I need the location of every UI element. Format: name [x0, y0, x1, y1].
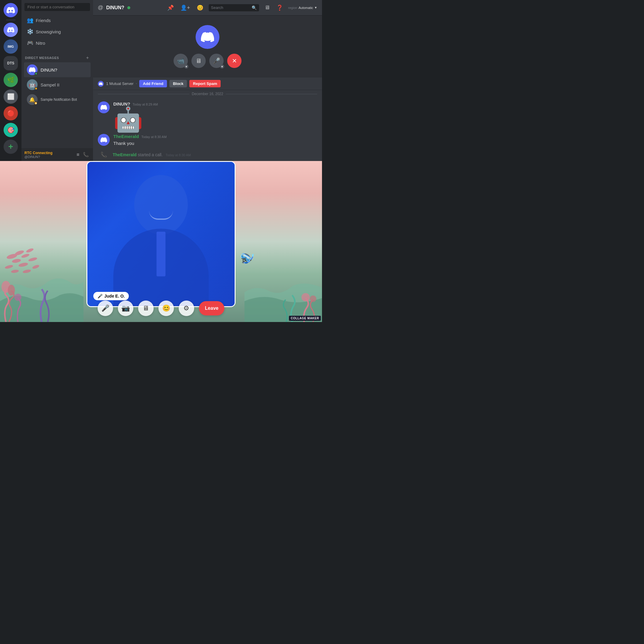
msg-avatar-dinun	[98, 101, 110, 113]
svg-point-12	[8, 285, 15, 295]
mic-icon: 🎤	[97, 294, 103, 298]
rtc-volume-button[interactable]: ≡	[75, 151, 81, 159]
dm-item-sampel[interactable]: 🤖 Sampel II	[24, 77, 91, 92]
report-spam-button[interactable]: Report Spam	[189, 80, 221, 87]
server-icon-4[interactable]: ⬜	[4, 89, 18, 104]
snowsgiving-label: Snowsgiving	[36, 29, 61, 34]
header-search-input[interactable]	[211, 5, 250, 10]
snowsgiving-icon: ❄️	[27, 28, 33, 35]
dm-avatar-sampel: 🤖	[27, 79, 38, 90]
add-friend-header-button[interactable]: 👤+	[179, 3, 191, 12]
dm-list: DINUN? 🤖 Sampel II 🔔 ⚙ Sample Notificato…	[21, 62, 93, 148]
main-chat: @ DINUN? 📌 👤+ 😊 🔍 🖥 ❓ region Automatic ▼	[93, 0, 322, 161]
msg-avatar-emerald	[98, 134, 110, 146]
svg-point-10	[32, 264, 40, 270]
end-call-button[interactable]: ✕	[227, 54, 241, 68]
nitro-nav-item[interactable]: 🎮 Nitro	[24, 37, 91, 49]
system-msg-author: TheEmerald	[113, 152, 137, 157]
svg-point-7	[28, 257, 38, 262]
dm-section-header: DIRECT MESSAGES +	[21, 50, 93, 62]
mutual-server-bar: 1 Mutual Server • Add Friend Block Repor…	[93, 78, 322, 90]
collage-maker-watermark: COLLAGE MAKER	[289, 316, 321, 321]
msg-content-1: DINUN? Today at 8:29 AM 🤖	[113, 101, 317, 131]
share-screen-button[interactable]: 🖥	[138, 301, 154, 316]
svg-point-4	[18, 262, 28, 267]
svg-point-5	[4, 264, 13, 270]
header-search-box[interactable]: 🔍	[209, 4, 259, 11]
chevron-down-icon: ▼	[314, 6, 317, 9]
svg-point-6	[26, 247, 34, 253]
video-content	[87, 162, 235, 306]
rtc-user-label: @DINUN?	[24, 155, 74, 159]
block-button[interactable]: Block	[169, 80, 187, 87]
svg-point-13	[14, 294, 21, 301]
camera-arrow: ▼	[184, 64, 188, 69]
inbox-button[interactable]: 🖥	[263, 3, 271, 12]
server-icon-6[interactable]: 🎯	[4, 123, 18, 137]
bottom-call-controls: 🎤 📷 🖥 😊 ⚙ Leave	[97, 301, 224, 316]
nitro-icon: 🎮	[27, 40, 33, 46]
pin-button[interactable]: 📌	[166, 3, 175, 12]
server-icon-dts[interactable]: DTS	[4, 56, 18, 70]
server-sidebar: IMG DTS 🌿 ⬜ 🔴 🎯 +	[0, 0, 21, 161]
add-server-button[interactable]: +	[4, 140, 18, 154]
system-message-1: 📞 TheEmerald started a call. Today at 8:…	[93, 148, 322, 161]
microphone-button[interactable]: 🎤 ▼	[209, 54, 224, 68]
call-system-icon: 📞	[98, 149, 110, 161]
msg-header-2: TheEmerald Today at 8:30 AM	[113, 134, 317, 139]
server-icon-1[interactable]	[4, 23, 18, 37]
friends-icon: 👥	[27, 17, 33, 24]
dm-navigation: 👥 Friends ❄️ Snowsgiving 🎮 Nitro	[21, 13, 93, 50]
msg-author-dinun: DINUN?	[113, 101, 130, 106]
leave-label: Leave	[205, 306, 218, 311]
region-label: region	[288, 6, 298, 10]
server-icon-2[interactable]: IMG	[4, 39, 18, 54]
video-participant-name-tag: 🎤 Jude E. O.	[93, 292, 129, 300]
rtc-status-info: RTC Connecting @DINUN?	[24, 151, 74, 159]
stop-video-button[interactable]: 📷	[118, 301, 133, 316]
friends-nav-item[interactable]: 👥 Friends	[24, 15, 91, 26]
region-value: Automatic	[298, 6, 313, 10]
coral-right-decoration	[244, 239, 322, 322]
rtc-disconnect-button[interactable]: 📞	[82, 151, 90, 159]
leave-call-button[interactable]: Leave	[199, 301, 224, 315]
msg-timestamp-2: Today at 8:30 AM	[141, 135, 167, 139]
system-msg-timestamp: Today at 8:30 AM	[165, 153, 191, 157]
chat-header-right: 📌 👤+ 😊 🔍 🖥 ❓ region Automatic ▼	[166, 3, 317, 12]
coral-left-decoration	[0, 233, 83, 322]
user-profile-button[interactable]: 😊	[196, 3, 205, 12]
call-settings-button[interactable]: ⚙	[179, 301, 194, 316]
msg-timestamp-1: Today at 8:29 AM	[133, 103, 158, 106]
svg-point-3	[21, 253, 30, 258]
date-label: December 16, 2022	[192, 92, 223, 96]
mute-button[interactable]: 🎤	[97, 301, 113, 316]
snowsgiving-nav-item[interactable]: ❄️ Snowsgiving	[24, 26, 91, 37]
search-input[interactable]	[24, 3, 90, 11]
friends-label: Friends	[36, 18, 51, 23]
add-friend-button[interactable]: Add Friend	[139, 80, 167, 87]
help-button[interactable]: ❓	[275, 3, 284, 12]
server-icon-5[interactable]: 🔴	[4, 106, 18, 120]
region-selector[interactable]: region Automatic ▼	[288, 6, 317, 10]
add-dm-button[interactable]: +	[86, 55, 89, 61]
msg-header-1: DINUN? Today at 8:29 AM	[113, 101, 317, 106]
nitro-label: Nitro	[36, 41, 45, 46]
online-status-dot	[127, 6, 130, 9]
discord-window: IMG DTS 🌿 ⬜ 🔴 🎯 + 👥	[0, 0, 322, 161]
emoji-reaction-button[interactable]: 😊	[158, 301, 174, 316]
mutual-server-icon	[98, 81, 104, 87]
dm-name-sampel: Sampel II	[41, 82, 59, 87]
separator-dot: •	[136, 82, 137, 85]
server-icon-3[interactable]: 🌿	[4, 73, 18, 87]
message-2: TheEmerald Today at 8:30 AM Thank you	[93, 133, 322, 148]
rtc-controls: ≡ 📞	[75, 151, 90, 159]
screen-share-button[interactable]: 🖥	[191, 54, 206, 68]
svg-point-14	[301, 293, 310, 301]
dm-item-samplebot[interactable]: 🔔 ⚙ Sample Notificaton Bot	[24, 92, 91, 107]
chat-username: DINUN?	[106, 5, 124, 10]
svg-point-2	[12, 258, 21, 263]
discord-home-button[interactable]	[4, 3, 18, 17]
dm-sidebar: 👥 Friends ❄️ Snowsgiving 🎮 Nitro DIRECT …	[21, 0, 93, 161]
dm-item-dinun[interactable]: DINUN?	[24, 62, 91, 77]
camera-control-button[interactable]: 📹 ▼	[174, 54, 188, 68]
